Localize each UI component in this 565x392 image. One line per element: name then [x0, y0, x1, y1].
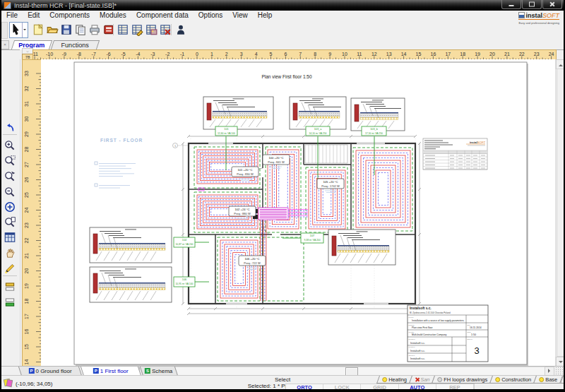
svg-text:104: 104 [182, 239, 186, 242]
vertical-ruler: 3332313029282726252423222120191817161514 [22, 59, 42, 367]
layer-tab-label: Heating [388, 376, 407, 383]
loop-area-label[interactable]: 10410,87 m² VA 200 [174, 237, 195, 247]
resize-grip[interactable] [555, 367, 564, 374]
zoom-selected-button[interactable] [4, 170, 16, 183]
pipe-spec-table[interactable]: instalSOFT [423, 138, 487, 170]
zoom-extents-button[interactable] [4, 201, 16, 213]
svg-text:103_a: 103_a [314, 128, 322, 131]
svg-text:-9: -9 [62, 52, 66, 57]
copy-button[interactable] [74, 23, 87, 36]
undo-view-button[interactable] [4, 121, 16, 134]
floor-construction-detail[interactable] [90, 267, 172, 302]
menu-components[interactable]: Components [44, 11, 95, 20]
zoom-window-button[interactable] [4, 155, 16, 167]
component-table-button[interactable] [117, 23, 129, 36]
table-edit-button[interactable] [131, 23, 143, 36]
tab-close-box[interactable]: × [1, 40, 9, 49]
maximize-icon [529, 2, 535, 7]
svg-text:18: 18 [460, 52, 465, 57]
draw-pencil-button[interactable] [4, 262, 16, 275]
close-button[interactable] [542, 0, 562, 9]
svg-text:Project: Project [409, 316, 414, 318]
floor-construction-detail[interactable] [290, 97, 346, 129]
new-document-button[interactable] [32, 23, 44, 36]
instalsoft-logo: instalSOFT Easy and professional designi… [518, 11, 559, 26]
loop-area-label[interactable]: 103_a14,10 m² VA 250 [306, 126, 330, 136]
svg-text:-3: -3 [150, 52, 155, 57]
floor-construction-detail[interactable] [90, 227, 172, 263]
svg-text:-2: -2 [165, 52, 170, 57]
svg-text:Designed: Designed [409, 338, 416, 340]
menu-file[interactable]: File [1, 11, 23, 20]
svg-text:20: 20 [489, 52, 495, 57]
zoom-in-button[interactable] [4, 139, 16, 152]
menu-modules[interactable]: Modules [95, 11, 131, 20]
person-button[interactable] [174, 23, 187, 36]
sheet-tab-row: ◂ ▸ P0 Ground floorP1 First floorSSchema [0, 366, 565, 376]
loop-area-label[interactable]: 10112,60 m² VA 100 [215, 126, 237, 136]
svg-text:Investor: Investor [409, 331, 415, 333]
table-delete-button[interactable] [159, 23, 172, 36]
select-arrow-button[interactable] [9, 22, 28, 38]
title-block[interactable]: Instalsoft s.c.Bl. Zjednoczenia 2 41-500… [408, 305, 488, 362]
window-bottom-border [0, 389, 565, 392]
svg-text:21: 21 [504, 52, 510, 57]
toolbar-separator [113, 24, 114, 35]
minimize-icon [509, 5, 514, 6]
staircase[interactable] [305, 145, 347, 163]
svg-text:23: 23 [534, 52, 540, 57]
print-button[interactable] [88, 23, 101, 36]
zoom-sheet-button[interactable] [4, 216, 16, 229]
layer-tab-content: Base [540, 376, 558, 383]
table-picture-button[interactable] [145, 23, 157, 36]
menu-edit[interactable]: Edit [23, 11, 44, 20]
layer-bottom-button[interactable] [4, 296, 16, 309]
loop-area-label[interactable]: 10610,95 m² VA 100 [174, 277, 195, 287]
menu-help[interactable]: Help [253, 11, 278, 20]
svg-text:Preq.: 830 W: Preq.: 830 W [237, 172, 254, 176]
select-arrow-dropdown[interactable] [22, 23, 28, 37]
svg-text:17: 17 [445, 52, 451, 57]
zoom-out-button[interactable] [4, 186, 16, 198]
toolbar-separator [3, 275, 17, 276]
layer-bulb-icon [540, 377, 545, 382]
sheet-tab-label: 0 Ground floor [35, 368, 71, 374]
loop-area-label[interactable]: 103_b17,50 m² VA 250 [362, 126, 386, 136]
select-arrow-icon [10, 23, 22, 37]
layer-tab-construction[interactable]: Construction [489, 376, 537, 384]
layer-tab-fh-loops-drawings[interactable]: FH loops drawings [432, 376, 493, 384]
zoom-extents-icon [4, 201, 16, 213]
printout-sheet[interactable]: Plan view First floor 1:50FIRST - FLOOR1… [74, 62, 528, 366]
tab-label: Functions [53, 41, 97, 49]
maximize-button[interactable] [522, 0, 542, 9]
minimize-button[interactable] [501, 0, 521, 9]
preview-window-button[interactable] [4, 231, 16, 244]
svg-text:33: 33 [24, 71, 29, 76]
tab-functions[interactable]: Functions [51, 40, 100, 49]
svg-text:28: 28 [24, 147, 29, 153]
svg-text:9,38 m² VA 200: 9,38 m² VA 200 [304, 239, 320, 242]
menu-view[interactable]: View [227, 11, 253, 20]
window-left-border [0, 0, 1, 392]
menu-options[interactable]: Options [194, 11, 227, 20]
svg-text:107: 107 [310, 234, 314, 237]
menu-component-data[interactable]: Component data [131, 11, 194, 20]
sheet-tab-content: P0 Ground floor [20, 367, 80, 375]
floor-construction-detail[interactable] [351, 98, 405, 131]
floor-construction-detail[interactable] [328, 230, 396, 265]
title-bar[interactable]: Instal-therm HCR - [Final-state.ISB]* [0, 0, 565, 11]
floor-construction-detail[interactable] [203, 97, 273, 129]
pan-hand-button[interactable] [4, 247, 16, 259]
layer-tab-content: FH loops drawings [437, 376, 487, 383]
toolbar-grip[interactable] [1, 22, 8, 39]
layer-tab-heating[interactable]: Heating [376, 376, 412, 384]
svg-text:19: 19 [475, 52, 480, 57]
layer-tab-base[interactable]: Base [533, 376, 563, 384]
layer-top-button[interactable] [4, 280, 16, 293]
drawing-canvas[interactable]: Plan view First floor 1:50FIRST - FLOOR1… [41, 59, 555, 366]
svg-text:-6: -6 [106, 52, 110, 57]
svg-text:8: 8 [314, 52, 316, 57]
open-folder-button[interactable] [46, 23, 59, 36]
save-floppy-button[interactable] [60, 23, 73, 36]
loop-area-label[interactable]: 1079,38 m² VA 200 [301, 233, 323, 243]
